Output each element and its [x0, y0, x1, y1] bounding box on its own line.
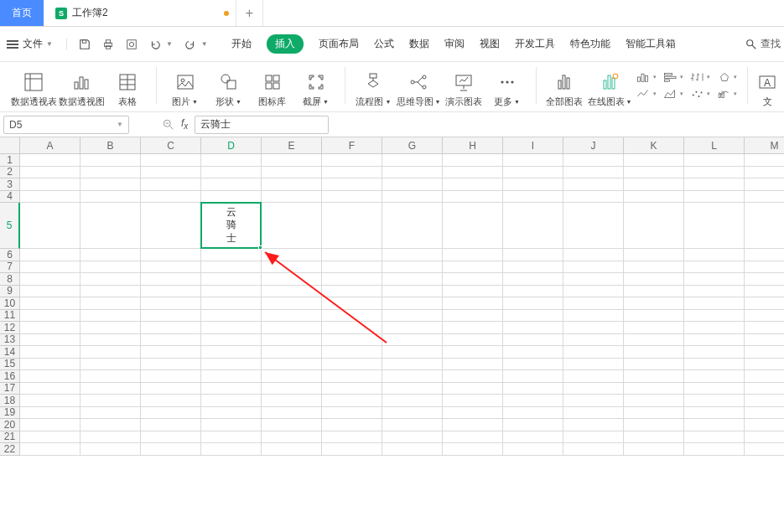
- spreadsheet-grid[interactable]: ABCDEFGHIJKLM 12345678910111213141516171…: [0, 137, 784, 532]
- svg-rect-54: [719, 94, 720, 98]
- col-header-F[interactable]: F: [322, 137, 382, 154]
- tab-developer[interactable]: 开发工具: [515, 37, 555, 51]
- shape-label: 形状: [215, 96, 234, 108]
- tab-smart-toolbox[interactable]: 智能工具箱: [626, 37, 676, 51]
- col-header-H[interactable]: H: [443, 137, 503, 154]
- row-header-19[interactable]: 19: [0, 407, 20, 420]
- tab-review[interactable]: 审阅: [444, 37, 465, 51]
- chevron-down-icon[interactable]: ▼: [166, 40, 173, 48]
- search-box[interactable]: 查找: [745, 37, 784, 51]
- tab-add[interactable]: +: [236, 0, 263, 26]
- mindmap-button[interactable]: 思维导图▼: [397, 62, 439, 108]
- hbar-chart-icon[interactable]: ▾: [663, 70, 683, 84]
- chevron-down-icon[interactable]: ▼: [201, 40, 208, 48]
- svg-point-5: [129, 42, 133, 46]
- formula-input[interactable]: 云骑士: [195, 116, 329, 134]
- col-header-C[interactable]: C: [141, 137, 201, 154]
- screenshot-button[interactable]: 截屏▼: [296, 62, 336, 108]
- flowchart-button[interactable]: 流程图▼: [353, 62, 393, 108]
- row-header-1[interactable]: 1: [0, 154, 20, 167]
- row-header-17[interactable]: 17: [0, 383, 20, 395]
- row-header-9[interactable]: 9: [0, 286, 20, 298]
- area-chart-icon[interactable]: ▾: [663, 87, 683, 101]
- all-charts-button[interactable]: 全部图表: [544, 62, 584, 108]
- col-header-D[interactable]: D: [201, 137, 262, 154]
- fx-icon[interactable]: fx: [181, 117, 188, 131]
- save-icon[interactable]: [79, 39, 91, 50]
- col-header-J[interactable]: J: [563, 137, 624, 154]
- tab-start[interactable]: 开始: [231, 37, 252, 51]
- row-header-7[interactable]: 7: [0, 261, 20, 274]
- row-header-12[interactable]: 12: [0, 322, 20, 334]
- pivot-table-button[interactable]: 数据透视表: [12, 62, 56, 108]
- online-chart-icon: [600, 72, 620, 92]
- row-header-16[interactable]: 16: [0, 370, 20, 383]
- row-header-3[interactable]: 3: [0, 178, 20, 191]
- table-button[interactable]: 表格: [107, 62, 148, 108]
- row-header-21[interactable]: 21: [0, 431, 20, 444]
- tab-data[interactable]: 数据: [409, 37, 429, 51]
- row-header-4[interactable]: 4: [0, 191, 20, 204]
- col-header-K[interactable]: K: [624, 137, 684, 154]
- radar-chart-icon[interactable]: ▾: [717, 70, 737, 84]
- col-header-M[interactable]: M: [745, 137, 784, 154]
- row-header-8[interactable]: 8: [0, 273, 20, 286]
- pivot-chart-button[interactable]: 数据透视图: [60, 62, 104, 108]
- zoom-out-icon[interactable]: [163, 119, 174, 131]
- presentation-chart-button[interactable]: 演示图表: [444, 62, 484, 108]
- tab-workbook[interactable]: 工作簿2: [44, 0, 236, 26]
- shape-button[interactable]: 形状▼: [209, 62, 249, 108]
- search-label: 查找: [761, 37, 781, 51]
- row-header-22[interactable]: 22: [0, 443, 20, 456]
- svg-rect-42: [612, 78, 615, 89]
- col-header-B[interactable]: B: [80, 137, 141, 154]
- flowchart-label: 流程图: [356, 96, 383, 108]
- icon-library-button[interactable]: 图标库: [252, 62, 293, 108]
- col-header-G[interactable]: G: [382, 137, 443, 154]
- active-cell[interactable]: 云骑士: [200, 202, 262, 249]
- row-header-14[interactable]: 14: [0, 346, 20, 359]
- row-header-20[interactable]: 20: [0, 419, 20, 431]
- col-header-E[interactable]: E: [262, 137, 322, 154]
- row-header-2[interactable]: 2: [0, 167, 20, 179]
- select-all-corner[interactable]: [0, 137, 20, 154]
- row-header-6[interactable]: 6: [0, 249, 20, 261]
- ribbon-insert: 数据透视表 数据透视图 表格 图片▼ 形状▼ 图标库 截屏▼ 流程图▼ 思维导图…: [0, 62, 784, 112]
- col-header-A[interactable]: A: [20, 137, 80, 154]
- tab-view[interactable]: 视图: [480, 37, 500, 51]
- screenshot-icon: [306, 72, 326, 92]
- name-box[interactable]: D5 ▼: [3, 116, 129, 134]
- svg-point-20: [221, 75, 230, 83]
- col-header-I[interactable]: I: [503, 137, 563, 154]
- picture-button[interactable]: 图片▼: [165, 62, 205, 108]
- print-preview-icon[interactable]: [126, 39, 138, 50]
- row-header-10[interactable]: 10: [0, 297, 20, 310]
- combo-chart-icon[interactable]: ▾: [717, 87, 737, 101]
- more-button[interactable]: 更多▼: [487, 62, 527, 108]
- file-menu[interactable]: 文件 ▼: [7, 37, 53, 51]
- stock-chart-icon[interactable]: ▾: [690, 70, 710, 84]
- row-header-18[interactable]: 18: [0, 395, 20, 407]
- tab-insert[interactable]: 插入: [267, 34, 304, 54]
- bar-chart-icon[interactable]: ▾: [636, 70, 657, 84]
- scatter-chart-icon[interactable]: ▾: [690, 87, 710, 101]
- print-icon[interactable]: [102, 39, 114, 50]
- tab-formula[interactable]: 公式: [374, 37, 394, 51]
- row-header-13[interactable]: 13: [0, 334, 20, 347]
- row-header-5[interactable]: 5: [0, 203, 20, 249]
- tab-home[interactable]: 首页: [0, 0, 44, 26]
- undo-icon[interactable]: [149, 39, 161, 50]
- svg-rect-40: [604, 80, 606, 89]
- tab-page-layout[interactable]: 页面布局: [319, 37, 359, 51]
- text-button[interactable]: A 文: [755, 62, 779, 108]
- row-header-15[interactable]: 15: [0, 359, 20, 371]
- chevron-down-icon: ▼: [626, 99, 632, 105]
- redo-icon[interactable]: [184, 39, 196, 50]
- tab-features[interactable]: 特色功能: [570, 37, 610, 51]
- col-header-L[interactable]: L: [684, 137, 745, 154]
- fill-handle[interactable]: [258, 245, 262, 250]
- line-chart-icon[interactable]: ▾: [636, 87, 657, 101]
- row-header-11[interactable]: 11: [0, 310, 20, 323]
- cell-grid[interactable]: [20, 154, 784, 456]
- online-chart-button[interactable]: 在线图表▼: [588, 62, 631, 108]
